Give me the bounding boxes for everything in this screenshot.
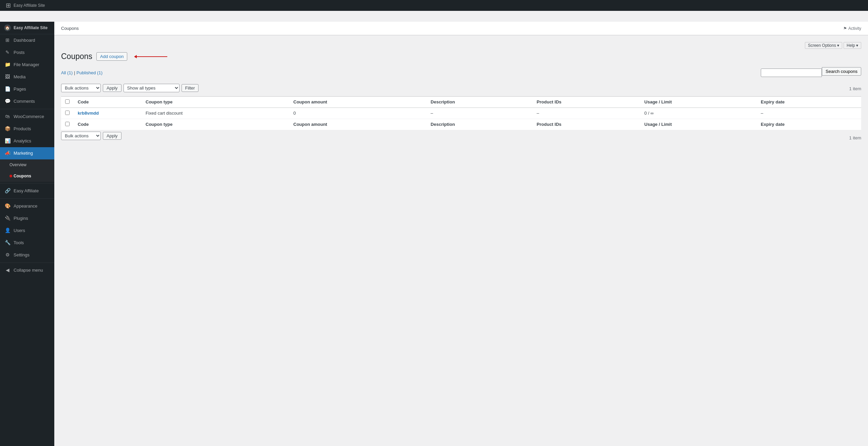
select-all-checkbox-bottom[interactable] (65, 122, 70, 126)
sidebar-item-overview[interactable]: Overview (0, 159, 54, 171)
media-icon: 🖼 (4, 74, 11, 80)
search-coupons-button[interactable]: Search coupons (822, 67, 861, 76)
woocommerce-icon: 🛍 (4, 113, 11, 120)
users-icon: 👤 (4, 227, 11, 234)
th-description[interactable]: Description (427, 96, 533, 108)
apply-button-bottom[interactable]: Apply (103, 132, 121, 140)
arrow-head-icon (134, 55, 137, 58)
sidebar-item-dashboard[interactable]: ⊞ Dashboard (0, 34, 54, 46)
easy-affiliate-icon: 🔗 (4, 188, 11, 194)
sidebar-item-label-tools: Tools (14, 240, 24, 246)
sidebar-item-easy-affiliate[interactable]: 🔗 Easy Affiliate (0, 185, 54, 197)
sidebar-item-tools[interactable]: 🔧 Tools (0, 237, 54, 249)
item-count-bottom: 1 item (849, 135, 861, 140)
th-usage-limit[interactable]: Usage / Limit (640, 96, 757, 108)
sidebar-item-label-dashboard: Dashboard (14, 37, 35, 43)
sidebar-item-plugins[interactable]: 🔌 Plugins (0, 212, 54, 225)
tfoot-coupon-type[interactable]: Coupon type (141, 119, 289, 130)
tab-links: All (1) | Published (1) (61, 70, 104, 75)
show-types-select[interactable]: Show all types Percentage discount Fixed… (124, 84, 180, 92)
file-manager-icon: 📁 (4, 61, 11, 68)
filter-button[interactable]: Filter (182, 84, 199, 92)
sidebar-item-label-analytics: Analytics (14, 138, 31, 144)
activity-button[interactable]: ⚑ Activity (843, 26, 861, 31)
help-button[interactable]: Help ▾ (844, 42, 861, 49)
coupon-code-link[interactable]: krb8vmdd (78, 111, 99, 116)
sidebar-item-pages[interactable]: 📄 Pages (0, 83, 54, 95)
plugins-icon: 🔌 (4, 215, 11, 222)
coupons-table-wrapper: Code Coupon type Coupon amount Descripti… (61, 96, 861, 130)
content-area: Screen Options ▾ Help ▾ Coupons Add coup… (54, 35, 868, 446)
bulk-actions-select-top[interactable]: Bulk actions Move to Trash (61, 84, 101, 92)
select-all-checkbox[interactable] (65, 99, 70, 104)
wp-topbar: ⊞ Easy Affiliate Site (0, 0, 868, 11)
products-icon: 📦 (4, 125, 11, 132)
content-header: Coupons ⚑ Activity (54, 22, 868, 35)
sidebar-item-coupons[interactable]: Coupons (0, 171, 54, 182)
sidebar-item-file-manager[interactable]: 📁 File Manager (0, 59, 54, 71)
tfoot-expiry-date[interactable]: Expiry date (757, 119, 861, 130)
screen-options-button[interactable]: Screen Options ▾ (805, 42, 842, 49)
sidebar-item-analytics[interactable]: 📊 Analytics (0, 135, 54, 147)
top-filter-row: Bulk actions Move to Trash Apply Show al… (61, 84, 199, 92)
tfoot-code[interactable]: Code (74, 119, 141, 130)
activity-label: Activity (848, 26, 861, 31)
row-checkbox-cell (61, 108, 74, 119)
sidebar: 🏠 Easy Affiliate Site ⊞ Dashboard ✎ Post… (0, 22, 54, 446)
th-coupon-type[interactable]: Coupon type (141, 96, 289, 108)
flag-icon: ⚑ (843, 26, 847, 31)
row-coupon-amount: 0 (289, 108, 427, 119)
th-product-ids[interactable]: Product IDs (533, 96, 640, 108)
page-title: Coupons (61, 52, 92, 62)
search-input[interactable] (761, 69, 822, 77)
sidebar-item-label-pages: Pages (14, 86, 26, 92)
add-coupon-annotation (134, 55, 167, 58)
bulk-actions-select-bottom[interactable]: Bulk actions Move to Trash (61, 132, 101, 140)
sidebar-item-media[interactable]: 🖼 Media (0, 71, 54, 83)
tab-all[interactable]: All (1) (61, 70, 73, 75)
tfoot-description[interactable]: Description (427, 119, 533, 130)
sidebar-item-label-easy-affiliate: Easy Affiliate (14, 188, 39, 194)
table-footer-row: Code Coupon type Coupon amount Descripti… (61, 119, 861, 130)
sidebar-site-name: Easy Affiliate Site (14, 25, 48, 30)
row-description: – (427, 108, 533, 119)
tfoot-usage-limit[interactable]: Usage / Limit (640, 119, 757, 130)
tab-published[interactable]: Published (1) (76, 70, 102, 75)
add-coupon-button[interactable]: Add coupon (96, 52, 127, 61)
bottom-filter-row: Bulk actions Move to Trash Apply (61, 132, 121, 140)
sidebar-item-appearance[interactable]: 🎨 Appearance (0, 200, 54, 212)
sidebar-item-label-settings: Settings (14, 252, 30, 258)
sidebar-item-woocommerce[interactable]: 🛍 WooCommerce (0, 111, 54, 123)
sidebar-item-posts[interactable]: ✎ Posts (0, 46, 54, 59)
sidebar-item-collapse[interactable]: ◀ Collapse menu (0, 264, 54, 276)
th-expiry-date[interactable]: Expiry date (757, 96, 861, 108)
row-checkbox[interactable] (65, 111, 70, 115)
marketing-icon: 📣 (4, 150, 11, 157)
main-content: Coupons ⚑ Activity Screen Options ▾ Help… (54, 22, 868, 446)
sidebar-divider-4 (0, 263, 54, 263)
table-header-row: Code Coupon type Coupon amount Descripti… (61, 96, 861, 108)
appearance-icon: 🎨 (4, 203, 11, 210)
sidebar-item-marketing[interactable]: 📣 Marketing (0, 147, 54, 159)
tfoot-product-ids[interactable]: Product IDs (533, 119, 640, 130)
sidebar-divider-2 (0, 183, 54, 183)
th-coupon-amount[interactable]: Coupon amount (289, 96, 427, 108)
sidebar-item-label-marketing: Marketing (14, 150, 33, 156)
sidebar-item-label-appearance: Appearance (14, 203, 37, 209)
sidebar-item-label-comments: Comments (14, 98, 35, 104)
tab-separator: | (74, 70, 75, 75)
sidebar-item-comments[interactable]: 💬 Comments (0, 95, 54, 108)
sidebar-item-users[interactable]: 👤 Users (0, 225, 54, 237)
apply-button-top[interactable]: Apply (103, 84, 121, 92)
sidebar-coupon-dot (10, 175, 12, 177)
tfoot-coupon-amount[interactable]: Coupon amount (289, 119, 427, 130)
header-right-controls: ⚑ Activity (843, 26, 861, 31)
wp-logo-icon[interactable]: ⊞ (3, 0, 14, 11)
sidebar-item-products[interactable]: 📦 Products (0, 123, 54, 135)
sidebar-item-label-woocommerce: WooCommerce (14, 114, 44, 120)
sidebar-item-settings[interactable]: ⚙ Settings (0, 249, 54, 261)
analytics-icon: 📊 (4, 138, 11, 144)
row-product-ids: – (533, 108, 640, 119)
page-heading: Coupons Add coupon (61, 52, 861, 62)
th-code[interactable]: Code (74, 96, 141, 108)
